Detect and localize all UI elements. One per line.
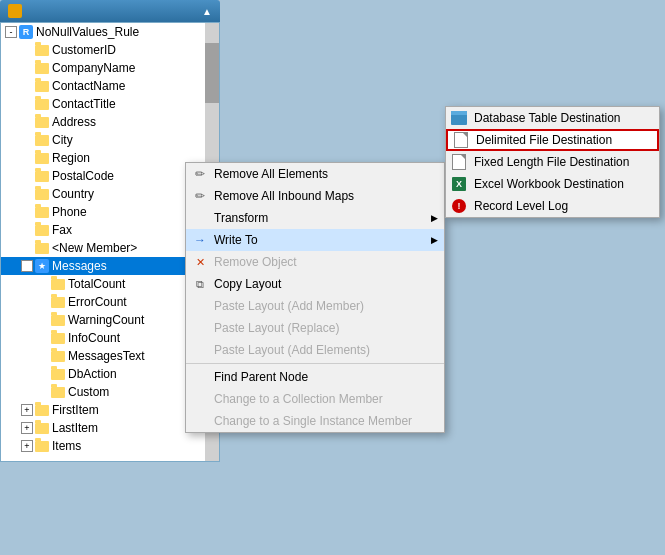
file-icon (454, 132, 468, 148)
submenu-icon-record-log: ! (450, 197, 468, 215)
menu-label-write-to: Write To (214, 233, 258, 247)
menu-item-transform[interactable]: Transform (186, 207, 444, 229)
tree-label-Country: Country (52, 187, 94, 201)
submenu-item-fixed-length[interactable]: Fixed Length File Destination (446, 151, 659, 173)
tree-label-FirstItem: FirstItem (52, 403, 99, 417)
menu-label-single-instance: Change to a Single Instance Member (214, 414, 412, 428)
menu-item-write-to[interactable]: →Write To (186, 229, 444, 251)
menu-item-paste-add-elements: Paste Layout (Add Elements) (186, 339, 444, 361)
tree-label-TotalCount: TotalCount (68, 277, 125, 291)
folder-icon-WarningCount (51, 315, 65, 326)
tree-label-Messages: Messages (52, 259, 107, 273)
tree-item-CustomerID[interactable]: CustomerID (1, 41, 219, 59)
submenu-item-db-destination[interactable]: Database Table Destination (446, 107, 659, 129)
tree-item-Items[interactable]: +Items (1, 437, 219, 455)
tree-label-PostalCode: PostalCode (52, 169, 114, 183)
folder-icon-InfoCount (51, 333, 65, 344)
tree-item-CompanyName[interactable]: CompanyName (1, 59, 219, 77)
tree-label-root: NoNullValues_Rule (36, 25, 139, 39)
tree-label-Phone: Phone (52, 205, 87, 219)
tree-item-Address[interactable]: Address (1, 113, 219, 131)
menu-label-collection-member: Change to a Collection Member (214, 392, 383, 406)
tree-label-ContactTitle: ContactTitle (52, 97, 116, 111)
arrow-icon: → (194, 233, 206, 247)
menu-item-remove-object: ✕Remove Object (186, 251, 444, 273)
submenu-label-excel-destination: Excel Workbook Destination (474, 177, 624, 191)
copy-icon: ⧉ (196, 278, 204, 291)
tree-label-Address: Address (52, 115, 96, 129)
expand-btn-FirstItem[interactable]: + (21, 404, 33, 416)
rule-icon: R (19, 25, 33, 39)
tree-label-CompanyName: CompanyName (52, 61, 135, 75)
submenu: Database Table DestinationDelimited File… (445, 106, 660, 218)
folder-icon-Region (35, 153, 49, 164)
tree-item-ContactName[interactable]: ContactName (1, 77, 219, 95)
folder-icon-NewMember (35, 243, 49, 254)
tree-label-City: City (52, 133, 73, 147)
menu-label-paste-add-elements: Paste Layout (Add Elements) (214, 343, 370, 357)
submenu-item-excel-destination[interactable]: XExcel Workbook Destination (446, 173, 659, 195)
tree-label-MessagesText: MessagesText (68, 349, 145, 363)
folder-icon-Fax (35, 225, 49, 236)
remove-icon: ✕ (196, 256, 205, 269)
tree-label-Custom: Custom (68, 385, 109, 399)
submenu-icon-excel-destination: X (450, 175, 468, 193)
tree-label-CustomerID: CustomerID (52, 43, 116, 57)
title-bar-arrow: ▲ (202, 6, 212, 17)
tree-label-DbAction: DbAction (68, 367, 117, 381)
tree-item-root[interactable]: -RNoNullValues_Rule (1, 23, 219, 41)
submenu-icon-fixed-length (450, 153, 468, 171)
menu-icon-remove-all-elements: ✏ (192, 166, 208, 182)
expand-btn-LastItem[interactable]: + (21, 422, 33, 434)
submenu-item-record-log[interactable]: !Record Level Log (446, 195, 659, 217)
folder-icon-Address (35, 117, 49, 128)
folder-icon-ContactName (35, 81, 49, 92)
expand-btn-root[interactable]: - (5, 26, 17, 38)
menu-label-paste-add-member: Paste Layout (Add Member) (214, 299, 364, 313)
excel-icon: X (452, 177, 466, 191)
title-bar: ▲ (0, 0, 220, 22)
menu-item-copy-layout[interactable]: ⧉Copy Layout (186, 273, 444, 295)
folder-icon-MessagesText (51, 351, 65, 362)
tree-label-InfoCount: InfoCount (68, 331, 120, 345)
menu-icon-write-to: → (192, 232, 208, 248)
scroll-thumb[interactable] (205, 43, 219, 103)
submenu-label-record-log: Record Level Log (474, 199, 568, 213)
star-icon: ★ (35, 259, 49, 273)
folder-icon-ErrorCount (51, 297, 65, 308)
submenu-label-db-destination: Database Table Destination (474, 111, 621, 125)
menu-item-remove-all-inbound[interactable]: ✏Remove All Inbound Maps (186, 185, 444, 207)
menu-label-copy-layout: Copy Layout (214, 277, 281, 291)
folder-icon-CompanyName (35, 63, 49, 74)
menu-item-remove-all-elements[interactable]: ✏Remove All Elements (186, 163, 444, 185)
menu-label-remove-object: Remove Object (214, 255, 297, 269)
expand-btn-Items[interactable]: + (21, 440, 33, 452)
title-bar-icon (8, 4, 22, 18)
menu-item-find-parent[interactable]: Find Parent Node (186, 366, 444, 388)
menu-item-paste-replace: Paste Layout (Replace) (186, 317, 444, 339)
menu-label-remove-all-inbound: Remove All Inbound Maps (214, 189, 354, 203)
menu-item-single-instance: Change to a Single Instance Member (186, 410, 444, 432)
expand-btn-Messages[interactable]: - (21, 260, 33, 272)
menu-label-find-parent: Find Parent Node (214, 370, 308, 384)
folder-icon-Country (35, 189, 49, 200)
db-icon (451, 111, 467, 125)
submenu-item-delimited-destination[interactable]: Delimited File Destination (446, 129, 659, 151)
submenu-icon-db-destination (450, 109, 468, 127)
menu-item-paste-add-member: Paste Layout (Add Member) (186, 295, 444, 317)
tree-item-City[interactable]: City (1, 131, 219, 149)
folder-icon-Phone (35, 207, 49, 218)
tree-item-ContactTitle[interactable]: ContactTitle (1, 95, 219, 113)
submenu-label-fixed-length: Fixed Length File Destination (474, 155, 629, 169)
folder-icon-ContactTitle (35, 99, 49, 110)
pencil-icon: ✏ (195, 167, 205, 181)
tree-label-WarningCount: WarningCount (68, 313, 144, 327)
tree-label-ContactName: ContactName (52, 79, 125, 93)
pencil-icon: ✏ (195, 189, 205, 203)
tree-label-Fax: Fax (52, 223, 72, 237)
menu-separator-9 (186, 363, 444, 364)
tree-label-Region: Region (52, 151, 90, 165)
submenu-icon-delimited-destination (452, 131, 470, 149)
context-menu: ✏Remove All Elements✏Remove All Inbound … (185, 162, 445, 433)
folder-icon-CustomerID (35, 45, 49, 56)
